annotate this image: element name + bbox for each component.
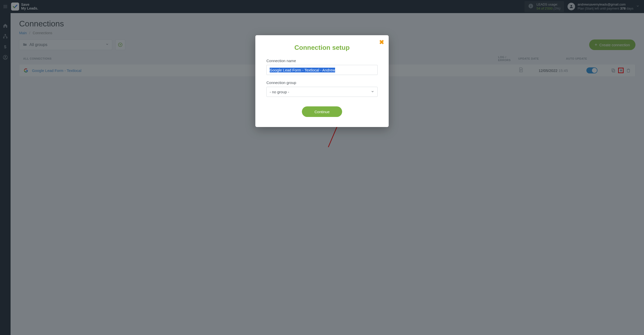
connection-name-label: Connection name — [266, 59, 378, 63]
connection-name-value: Google Lead Form - Textlocal - Andrew — [270, 68, 335, 72]
chevron-down-icon — [371, 90, 374, 94]
connection-name-input[interactable]: Google Lead Form - Textlocal - Andrew — [266, 65, 378, 75]
modal-title: Connection setup — [266, 44, 378, 52]
connection-group-label: Connection group — [266, 80, 378, 85]
connection-group-select[interactable]: - no group - — [266, 87, 378, 97]
connection-setup-modal: ✖ Connection setup Connection name Googl… — [255, 35, 389, 127]
close-button[interactable]: ✖ — [379, 39, 384, 46]
modal-overlay[interactable]: ✖ Connection setup Connection name Googl… — [0, 0, 644, 335]
continue-label: Continue — [314, 110, 330, 114]
close-icon: ✖ — [379, 39, 384, 46]
continue-button[interactable]: Continue — [302, 106, 342, 117]
connection-group-value: - no group - — [270, 90, 289, 94]
